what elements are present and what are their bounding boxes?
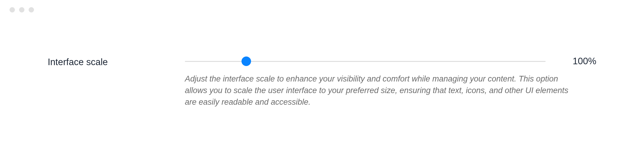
- slider-row: 100%: [185, 56, 596, 67]
- slider-value: 100%: [564, 56, 596, 67]
- window-control-minimize[interactable]: [19, 7, 24, 12]
- setting-label: Interface scale: [48, 56, 185, 68]
- slider-track: [185, 61, 546, 62]
- interface-scale-setting: Interface scale 100% Adjust the interfac…: [48, 56, 596, 108]
- setting-description: Adjust the interface scale to enhance yo…: [185, 73, 578, 108]
- window-controls: [10, 7, 34, 12]
- window-control-maximize[interactable]: [29, 7, 34, 12]
- window-control-close[interactable]: [10, 7, 15, 12]
- slider-thumb[interactable]: [242, 57, 251, 66]
- setting-control: 100% Adjust the interface scale to enhan…: [185, 56, 596, 108]
- interface-scale-slider[interactable]: [185, 57, 546, 66]
